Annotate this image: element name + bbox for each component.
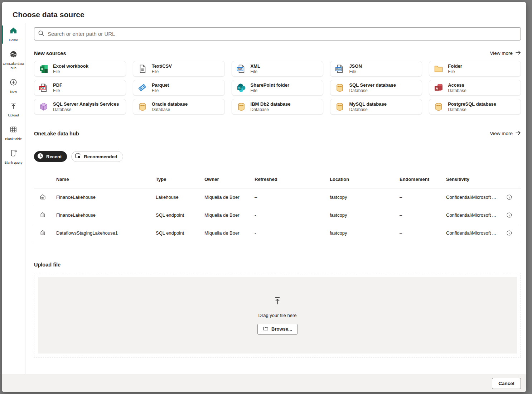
info-icon[interactable] (507, 230, 512, 236)
search-icon (38, 30, 44, 38)
tile-sharepoint-folder[interactable]: S SharePoint folderFile (232, 80, 324, 96)
tile-mysql-database[interactable]: MySQL databaseDatabase (330, 99, 422, 115)
column-header-type: Type (156, 177, 204, 182)
tile-json[interactable]: JSON JSONFile (330, 61, 422, 77)
upload-dropzone[interactable]: Drag your file here Browse... (34, 273, 521, 357)
search-input[interactable] (48, 31, 517, 37)
table-header-row: Name Type Owner Refreshed Location Endor… (34, 170, 521, 188)
home-icon (9, 27, 18, 36)
sidebar-item-blank-table[interactable]: Blank table (2, 122, 25, 145)
onelake-icon (9, 50, 18, 60)
svg-text:A: A (436, 86, 438, 90)
tile-excel-workbook[interactable]: X Excel workbookFile (34, 61, 126, 77)
cell-sensitivity: Confidential\Microsoft ... (446, 230, 521, 236)
filter-recommended-button[interactable]: Recommended (71, 151, 123, 162)
filter-recent-button[interactable]: Recent (34, 151, 67, 162)
cell-type: SQL endpoint (156, 230, 204, 236)
upload-icon (9, 102, 18, 111)
new-sources-header: New sources View more (34, 50, 521, 57)
cell-name: DataflowsStagingLakehouse1 (56, 230, 156, 236)
cell-endorsement: – (400, 230, 446, 236)
sidebar-item-home[interactable]: Home (2, 23, 25, 46)
info-icon[interactable] (507, 194, 512, 200)
cell-refreshed: - (255, 212, 330, 218)
drag-file-text: Drag your file here (258, 313, 297, 318)
arrow-right-icon (515, 50, 521, 57)
pdf-icon: PDF (39, 83, 48, 92)
cell-owner: Miquella de Boer (204, 230, 255, 236)
tile-oracle-database[interactable]: Oracle databaseDatabase (133, 99, 225, 115)
tile-sql-server-database[interactable]: SQL Server databaseDatabase (330, 80, 422, 96)
plus-circle-icon (9, 78, 18, 88)
column-header-refreshed: Refreshed (255, 177, 330, 182)
main-content: New sources View more X (34, 2, 521, 392)
cell-name: FinanceLakehouse (56, 194, 156, 200)
sidebar-item-new[interactable]: New (2, 75, 25, 97)
info-icon[interactable] (507, 212, 512, 218)
svg-text:X: X (41, 67, 43, 71)
tile-sql-server-analysis-services[interactable]: SQL Server Analysis ServicesDatabase (34, 99, 126, 115)
choose-data-source-dialog: Choose data source Home OneLake data hub (2, 2, 526, 392)
sharepoint-icon: S (237, 83, 246, 92)
cell-refreshed: – (255, 194, 330, 200)
onelake-title: OneLake data hub (34, 131, 79, 136)
cell-type: SQL endpoint (156, 212, 204, 218)
new-sources-view-more-link[interactable]: View more (490, 50, 521, 57)
column-header-endorsement: Endorsement (400, 177, 446, 182)
tile-parquet[interactable]: ParquetFile (133, 80, 225, 96)
database-cylinder-icon (138, 102, 147, 111)
search-box (34, 27, 521, 40)
cell-refreshed: - (255, 230, 330, 236)
sidebar-item-upload[interactable]: Upload (2, 98, 25, 121)
table-row[interactable]: FinanceLakehouse SQL endpoint Miquella d… (34, 206, 521, 224)
onelake-view-more-link[interactable]: View more (490, 130, 521, 137)
cell-location: fastcopy (330, 212, 400, 218)
tile-text-csv[interactable]: Text/CSVFile (133, 61, 225, 77)
parquet-icon (138, 83, 147, 92)
database-cylinder-icon (237, 102, 246, 111)
onelake-table: Name Type Owner Refreshed Location Endor… (34, 170, 521, 242)
lakehouse-icon (39, 193, 46, 201)
cell-endorsement: – (400, 212, 446, 218)
browse-button[interactable]: Browse... (257, 324, 298, 335)
folder-icon (434, 64, 443, 73)
sidebar-item-onelake-data-hub[interactable]: OneLake data hub (2, 47, 25, 74)
new-sources-grid: X Excel workbookFile Text/CSVFile (34, 61, 521, 115)
table-row[interactable]: FinanceLakehouse Lakehouse Miquella de B… (34, 188, 521, 206)
xml-icon: <⊕> (237, 64, 246, 73)
tile-postgresql-database[interactable]: PostgreSQL databaseDatabase (429, 99, 521, 115)
onelake-header: OneLake data hub View more (34, 130, 521, 137)
svg-text:PDF: PDF (40, 87, 45, 89)
tile-xml[interactable]: <⊕> XMLFile (232, 61, 324, 77)
upload-arrow-icon (273, 296, 282, 307)
recommended-icon (75, 153, 81, 160)
table-grid-icon (9, 125, 18, 135)
table-row[interactable]: DataflowsStagingLakehouse1 SQL endpoint … (34, 224, 521, 242)
database-cylinder-icon (434, 102, 443, 111)
cell-location: fastcopy (330, 194, 400, 200)
tile-access[interactable]: A AccessDatabase (429, 80, 521, 96)
column-header-owner: Owner (204, 177, 255, 182)
cell-owner: Miquella de Boer (204, 212, 255, 218)
tile-pdf[interactable]: PDF PDFFile (34, 80, 126, 96)
sql-endpoint-icon (39, 211, 46, 219)
cell-owner: Miquella de Boer (204, 194, 255, 200)
tile-folder[interactable]: FolderFile (429, 61, 521, 77)
arrow-right-icon (515, 130, 521, 137)
text-csv-icon (138, 64, 147, 73)
cancel-button[interactable]: Cancel (492, 378, 521, 389)
onelake-filter-pills: Recent Recommended (34, 151, 123, 162)
cell-name: FinanceLakehouse (56, 212, 156, 218)
cell-sensitivity: Confidential\Microsoft ... (446, 212, 521, 218)
upload-file-title: Upload file (34, 262, 61, 268)
clock-icon (37, 153, 43, 160)
svg-text:<⊕>: <⊕> (238, 68, 242, 70)
tile-ibm-db2-database[interactable]: IBM Db2 databaseDatabase (232, 99, 324, 115)
cube-icon (39, 102, 48, 111)
cell-endorsement: – (400, 194, 446, 200)
svg-text:JSON: JSON (336, 68, 341, 70)
scroll-icon (9, 149, 18, 159)
upload-dropzone-inner: Drag your file here Browse... (38, 277, 517, 354)
column-header-location: Location (330, 177, 400, 182)
sidebar-item-blank-query[interactable]: Blank query (2, 146, 25, 168)
